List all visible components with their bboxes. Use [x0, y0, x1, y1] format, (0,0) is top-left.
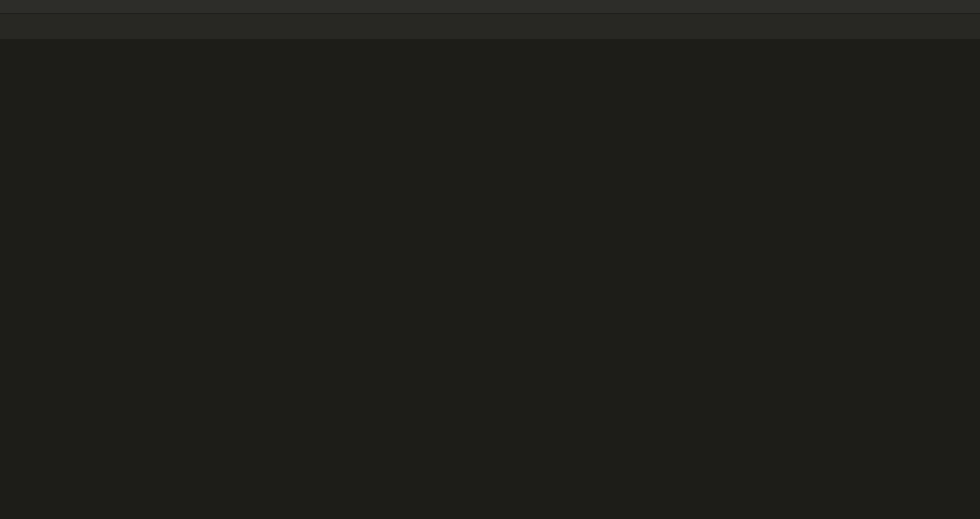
main-toolbar	[0, 0, 980, 14]
frame-overview-strip[interactable]	[0, 14, 980, 39]
timeline-view[interactable]	[0, 39, 980, 519]
